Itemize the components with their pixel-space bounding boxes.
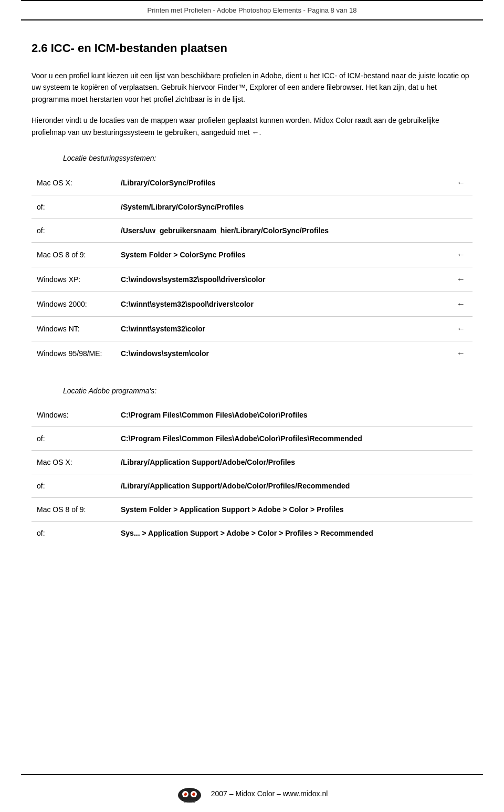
- page-container: Printen met Profielen - Adobe Photoshop …: [0, 0, 504, 812]
- table-row: Mac OS X: /Library/Application Support/A…: [32, 450, 472, 474]
- path-value: C:\winnt\system32\color: [116, 316, 452, 341]
- table-row: Mac OS 8 of 9: System Folder > Applicati…: [32, 497, 472, 521]
- path-value: /Users/uw_gebruikersnaam_hier/Library/Co…: [116, 218, 452, 242]
- path-value: C:\windows\system\color: [116, 341, 452, 366]
- arrow-indicator: ←: [452, 171, 472, 195]
- table-row: Windows XP: C:\windows\system32\spool\dr…: [32, 267, 472, 292]
- page-header: Printen met Profielen - Adobe Photoshop …: [0, 1, 504, 19]
- table-row: Mac OS X: /Library/ColorSync/Profiles ←: [32, 171, 472, 195]
- os-label: Windows NT:: [32, 316, 116, 341]
- os-label: Mac OS 8 of 9:: [32, 497, 116, 521]
- path-value: C:\Program Files\Common Files\Adobe\Colo…: [116, 426, 452, 450]
- os-label: Mac OS 8 of 9:: [32, 242, 116, 267]
- header-title: Printen met Profielen - Adobe Photoshop …: [148, 6, 357, 14]
- path-value: C:\windows\system32\spool\drivers\color: [116, 267, 452, 292]
- os-label: Windows 2000:: [32, 292, 116, 316]
- arrow-indicator: ←: [452, 292, 472, 316]
- svg-text:midox: midox: [184, 799, 195, 803]
- adobe-locations-title: Locatie Adobe programma's:: [63, 387, 472, 395]
- arrow-indicator: ←: [452, 316, 472, 341]
- table-row: Windows: C:\Program Files\Common Files\A…: [32, 403, 472, 427]
- adobe-locations-table: Windows: C:\Program Files\Common Files\A…: [32, 403, 472, 545]
- os-label: Mac OS X:: [32, 171, 116, 195]
- arrow-indicator: ←: [452, 267, 472, 292]
- table-row: of: /Library/Application Support/Adobe/C…: [32, 474, 472, 497]
- path-value: System Folder > ColorSync Profiles: [116, 242, 452, 267]
- main-content: 2.6 ICC- en ICM-bestanden plaatsen Voor …: [0, 20, 504, 774]
- path-value: System Folder > Application Support > Ad…: [116, 497, 452, 521]
- table-row: of: /System/Library/ColorSync/Profiles: [32, 195, 472, 218]
- table-row: Mac OS 8 of 9: System Folder > ColorSync…: [32, 242, 472, 267]
- arrow-indicator: [452, 403, 472, 427]
- arrow-indicator: [452, 218, 472, 242]
- arrow-indicator: [452, 474, 472, 497]
- os-label: of:: [32, 474, 116, 497]
- os-label: Windows:: [32, 403, 116, 427]
- footer-info: – Midox Color – www.midox.nl: [229, 789, 328, 798]
- page-footer: midox 2007 – Midox Color – www.midox.nl: [21, 774, 483, 812]
- os-locations-title: Locatie besturingssystemen:: [63, 154, 472, 162]
- table-row: of: /Users/uw_gebruikersnaam_hier/Librar…: [32, 218, 472, 242]
- arrow-indicator: [452, 195, 472, 218]
- os-label: Windows XP:: [32, 267, 116, 292]
- table-row: of: C:\Program Files\Common Files\Adobe\…: [32, 426, 472, 450]
- os-label: of:: [32, 218, 116, 242]
- arrow-indicator: ←: [452, 341, 472, 366]
- os-label: of:: [32, 426, 116, 450]
- arrow-indicator: ←: [452, 242, 472, 267]
- intro-paragraph-1: Voor u een profiel kunt kiezen uit een l…: [32, 70, 472, 105]
- path-value: /Library/Application Support/Adobe/Color…: [116, 474, 452, 497]
- logo-svg: midox: [176, 784, 203, 804]
- arrow-indicator: [452, 497, 472, 521]
- section-title: 2.6 ICC- en ICM-bestanden plaatsen: [32, 41, 472, 55]
- arrow-indicator: [452, 426, 472, 450]
- footer-text: 2007 – Midox Color – www.midox.nl: [211, 789, 328, 798]
- table-row: Windows 95/98/ME: C:\windows\system\colo…: [32, 341, 472, 366]
- os-label: Windows 95/98/ME:: [32, 341, 116, 366]
- midox-logo: midox: [176, 784, 203, 804]
- os-label: of:: [32, 521, 116, 545]
- table-row: of: Sys... > Application Support > Adobe…: [32, 521, 472, 545]
- svg-point-6: [192, 793, 193, 794]
- os-locations-table: Mac OS X: /Library/ColorSync/Profiles ← …: [32, 171, 472, 366]
- path-value: /System/Library/ColorSync/Profiles: [116, 195, 452, 218]
- table-row: Windows NT: C:\winnt\system32\color ←: [32, 316, 472, 341]
- intro-paragraph-2: Hieronder vindt u de locaties van de map…: [32, 114, 472, 138]
- path-value: C:\winnt\system32\spool\drivers\color: [116, 292, 452, 316]
- path-value: Sys... > Application Support > Adobe > C…: [116, 521, 452, 545]
- arrow-indicator: [452, 450, 472, 474]
- footer-year: 2007: [211, 789, 227, 798]
- adobe-section: Locatie Adobe programma's: Windows: C:\P…: [32, 387, 472, 545]
- path-value: /Library/ColorSync/Profiles: [116, 171, 452, 195]
- os-label: Mac OS X:: [32, 450, 116, 474]
- os-label: of:: [32, 195, 116, 218]
- svg-point-3: [184, 793, 185, 794]
- path-value: C:\Program Files\Common Files\Adobe\Colo…: [116, 403, 452, 427]
- table-row: Windows 2000: C:\winnt\system32\spool\dr…: [32, 292, 472, 316]
- arrow-indicator: [452, 521, 472, 545]
- path-value: /Library/Application Support/Adobe/Color…: [116, 450, 452, 474]
